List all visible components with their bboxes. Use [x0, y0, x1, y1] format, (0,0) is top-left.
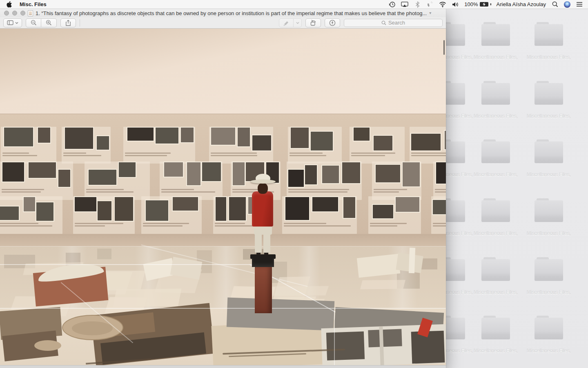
zoom-button[interactable]	[20, 11, 25, 16]
bluetooth-icon[interactable]	[414, 1, 421, 8]
photo-panel	[410, 127, 446, 164]
desktop-icon[interactable]: Miscellaneous Files,	[467, 257, 524, 295]
caption-line	[351, 155, 385, 156]
markup-pen-nib-icon	[329, 20, 336, 26]
wall-photograph	[312, 197, 338, 211]
rotate-left-button[interactable]	[305, 18, 321, 27]
vitrine-object	[34, 340, 61, 351]
desktop-icon[interactable]: Miscellaneous Files,	[520, 316, 577, 354]
caption-line	[351, 153, 395, 154]
photo-panel	[368, 196, 421, 234]
gallery-wall-top	[0, 29, 446, 114]
phone-call-icon[interactable]	[426, 1, 434, 8]
figurine-pant-leg-left	[255, 232, 262, 253]
wall-photograph	[24, 197, 35, 211]
caption-line	[143, 225, 182, 227]
menubar-app-name[interactable]: Misc. Files	[20, 1, 47, 7]
desktop-icon[interactable]: Miscellaneous Files,	[467, 22, 524, 60]
wall-photograph	[396, 197, 419, 212]
desktop-icon-label: Miscellaneous Files,	[520, 113, 577, 119]
desktop-icon[interactable]: Miscellaneous Files,	[467, 139, 524, 177]
wall-photograph	[115, 197, 133, 221]
notification-center-icon[interactable]	[576, 1, 583, 8]
wall-photograph	[97, 136, 109, 150]
preview-window: 1. “This fantasy of photographs as discr…	[0, 9, 446, 368]
caption-line	[86, 189, 124, 190]
spotlight-search-icon[interactable]	[551, 1, 559, 8]
zoom-out-icon	[31, 20, 37, 26]
minimize-button[interactable]	[12, 11, 17, 16]
time-machine-icon[interactable]	[388, 1, 396, 8]
document-proxy-icon[interactable]	[28, 10, 33, 16]
caption-line	[370, 225, 397, 227]
window-scrollbar[interactable]	[443, 40, 445, 55]
desktop-icon[interactable]: Miscellaneous Files,	[520, 257, 577, 295]
zoom-out-button[interactable]	[26, 18, 41, 27]
wall-photograph	[164, 162, 183, 177]
desktop-icon-label: Miscellaneous Files,	[467, 54, 524, 60]
gallery-floor-edge	[0, 234, 446, 246]
desktop-icon-label: Miscellaneous Files,	[467, 231, 524, 236]
caption-line	[215, 225, 255, 227]
desktop-icon[interactable]: Miscellaneous Files,	[467, 81, 524, 119]
photo-panel	[0, 196, 62, 234]
caption-line	[370, 223, 407, 224]
wall-photograph	[127, 128, 154, 141]
toolbar-separator	[80, 19, 80, 27]
caption-line	[284, 223, 326, 224]
wall-photograph	[2, 162, 24, 182]
siri-icon[interactable]	[564, 1, 570, 8]
caption-line	[2, 191, 41, 193]
battery-status[interactable]: 100%	[464, 1, 491, 7]
wifi-icon[interactable]	[439, 1, 446, 8]
apple-menu[interactable]	[6, 1, 13, 8]
wall-photograph	[322, 166, 339, 183]
desktop-icon[interactable]: Miscellaneous Files,	[520, 198, 577, 236]
highlighter-icon	[283, 20, 290, 26]
caption-line	[125, 155, 167, 156]
caption-line	[125, 153, 171, 154]
photo-panel	[1, 127, 56, 164]
rotate-left-icon	[310, 20, 317, 26]
menubar-user-name[interactable]: Ariella Aïsha Azoulay	[497, 1, 546, 7]
volume-icon[interactable]	[452, 1, 459, 8]
wall-photograph	[181, 128, 193, 142]
wall-photograph	[98, 201, 111, 220]
search-input[interactable]: Search	[344, 19, 443, 27]
wall-photograph	[146, 200, 169, 221]
desktop-icon-label: Miscellaneous Files,	[520, 231, 577, 236]
markup-toolbar-button[interactable]	[325, 18, 340, 27]
airplay-display-icon[interactable]	[401, 1, 408, 8]
caption-line	[161, 189, 194, 190]
pen-color-chevron-button[interactable]	[294, 18, 302, 27]
wall-photograph	[305, 165, 317, 185]
folder-icon	[479, 257, 513, 281]
wall-photograph	[374, 136, 393, 150]
wall-photograph	[288, 170, 304, 187]
desktop-icon[interactable]: Miscellaneous Files,	[520, 139, 577, 177]
share-icon	[65, 20, 71, 26]
zoom-in-button[interactable]	[41, 18, 57, 27]
caption-line	[161, 191, 215, 193]
photo-panel	[287, 162, 362, 200]
view-menu-button[interactable]	[3, 18, 22, 27]
figurine-pedestal-column	[255, 267, 272, 313]
menu-bar: Misc. Files	[0, 0, 588, 9]
share-button[interactable]	[60, 18, 76, 27]
caption-line	[290, 155, 326, 156]
caption-line	[288, 189, 349, 190]
photo-panel	[433, 162, 446, 200]
title-dropdown-chevron-icon[interactable]: ▾	[429, 11, 431, 16]
desktop-icon[interactable]: Miscellaneous Files,	[520, 22, 577, 60]
wall-photograph	[403, 162, 420, 186]
figurine-head	[258, 183, 268, 194]
window-bottom-edge	[0, 365, 446, 368]
highlight-pen-button[interactable]	[279, 18, 294, 27]
figurine-base-block	[252, 258, 274, 267]
caption-line	[374, 189, 407, 190]
desktop-icon[interactable]: Miscellaneous Files,	[467, 316, 524, 354]
close-button[interactable]	[4, 11, 9, 16]
desktop-icon[interactable]: Miscellaneous Files,	[467, 198, 524, 236]
desktop-icon[interactable]: Miscellaneous Files,	[520, 81, 577, 119]
figurine-pant-leg-right	[263, 232, 270, 253]
